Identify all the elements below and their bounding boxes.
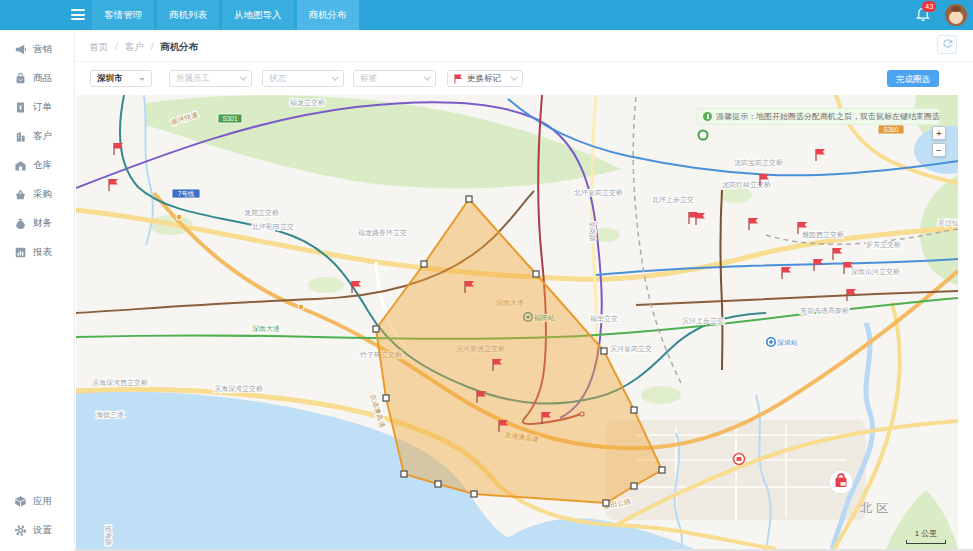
tab-customer-care[interactable]: 客情管理 (92, 0, 154, 30)
navbar-right: 43 (915, 0, 967, 30)
map-road-label: 雅园西立交桥 (802, 231, 844, 239)
money-bag-icon (14, 217, 27, 230)
svg-text:S360: S360 (883, 126, 899, 133)
city-select-value: 深圳市 (97, 73, 123, 85)
breadcrumb-separator: / (151, 41, 154, 54)
sidebar-label: 商品 (33, 72, 52, 85)
sidebar-item-customers[interactable]: 客户 (0, 122, 74, 151)
polygon-vertex-handle[interactable] (631, 483, 637, 489)
chevron-down-icon (424, 74, 430, 80)
map-scale: 1 公里 (906, 528, 946, 544)
map-road-label: 深南沿河立交桥 (851, 268, 900, 276)
sidebar-item-apps[interactable]: 应用 (0, 487, 74, 516)
polygon-vertex-handle[interactable] (373, 326, 379, 332)
map-road-label: 滨海深湾立交桥 (214, 384, 263, 393)
polygon-vertex-handle[interactable] (383, 395, 389, 401)
order-document-icon (14, 101, 27, 114)
finish-selection-button[interactable]: 完成圈选 (887, 70, 939, 87)
change-marker-select[interactable]: 更换标记 (447, 70, 523, 87)
building-icon (14, 130, 27, 143)
map-road-label: 北环上步立交 (652, 196, 694, 204)
breadcrumb-customers[interactable]: 客户 (125, 41, 144, 54)
sidebar-item-orders[interactable]: 订单 (0, 93, 74, 122)
polygon-vertex-handle[interactable] (659, 467, 665, 473)
road-badge: S301 (218, 114, 242, 123)
poi-dot-icon (176, 214, 182, 220)
map-road-label: 东部干道高架桥 (800, 307, 849, 315)
map-road-label: 福华立交 (590, 315, 618, 323)
map-road-label: 罗芳立交桥 (866, 241, 901, 249)
sidebar-item-products[interactable]: 商品 (0, 64, 74, 93)
crm-app: 客情管理 商机列表 从地图导入 商机分布 43 营销 商 (0, 0, 973, 551)
info-icon (703, 112, 712, 121)
map-region-label: 北区 (860, 500, 892, 517)
employee-select[interactable]: 所属员工 (169, 70, 252, 87)
refresh-icon (942, 39, 953, 50)
tag-select-placeholder: 标签 (360, 73, 377, 85)
polygon-vertex-handle[interactable] (421, 261, 427, 267)
polygon-vertex-handle[interactable] (601, 348, 607, 354)
sidebar-item-settings[interactable]: 设置 (0, 516, 74, 545)
polygon-vertex-handle[interactable] (471, 491, 477, 497)
tag-select[interactable]: 标签 (353, 70, 436, 87)
city-select[interactable]: 深圳市 (90, 70, 152, 87)
employee-select-placeholder: 所属员工 (176, 73, 210, 85)
sidebar-item-finance[interactable]: 财务 (0, 209, 74, 238)
map-road-label: 皇岗路 (588, 221, 596, 242)
hamburger-menu-icon[interactable] (71, 9, 85, 21)
map-scale-label: 1 公里 (906, 528, 946, 539)
sidebar-item-reports[interactable]: 报表 (0, 238, 74, 267)
map-road-label: 罗沙仙湖立 (938, 219, 958, 227)
polygon-vertex-handle[interactable] (603, 500, 609, 506)
tab-import-from-map[interactable]: 从地图导入 (222, 0, 294, 30)
zoom-out-button[interactable]: − (932, 143, 946, 157)
polygon-vertex-handle[interactable] (466, 196, 472, 202)
poi-camera-icon (734, 454, 745, 465)
sidebar-menu: 营销 商品 订单 客户 仓库 采购 (0, 30, 74, 267)
status-select[interactable]: 状态 (262, 70, 344, 87)
map-tip-alert: 温馨提示：地图开始圈选分配商机之后，双击鼠标左键结束圈选 (696, 108, 940, 125)
nav-tabs: 客情管理 商机列表 从地图导入 商机分布 (92, 0, 359, 30)
chevron-down-icon (332, 74, 338, 80)
poi-dot-icon (298, 304, 304, 310)
tab-opportunity-distribution[interactable]: 商机分布 (297, 0, 359, 30)
zoom-in-button[interactable]: + (932, 126, 946, 140)
map-base: 南坪快速福龙立交桥龙苑立交桥北环彩田立交福龙路香环立交北环皇岗立交桥北环上步立交… (76, 95, 958, 549)
polygon-vertex-handle[interactable] (401, 471, 407, 477)
polygon-vertex-handle[interactable] (631, 407, 637, 413)
metro-station-icon: 深圳站 (767, 338, 798, 347)
poi-shop-marker[interactable] (829, 470, 853, 494)
filter-toolbar: 深圳市 所属员工 状态 标签 更换标记 完成圈选 (75, 62, 973, 95)
sidebar-item-purchasing[interactable]: 采购 (0, 180, 74, 209)
breadcrumb-home[interactable]: 首页 (89, 41, 108, 54)
metro-station-label: 深圳站 (777, 339, 798, 347)
map-road-label: 滨海深湾西立交桥 (92, 378, 148, 387)
refresh-button[interactable] (937, 35, 957, 54)
svg-text:7号线: 7号线 (178, 190, 195, 197)
polygon-vertex-handle[interactable] (533, 271, 539, 277)
sidebar-item-warehouse[interactable]: 仓库 (0, 151, 74, 180)
map-canvas[interactable]: 南坪快速福龙立交桥龙苑立交桥北环彩田立交福龙路香环立交北环皇岗立交桥北环上步立交… (76, 95, 958, 549)
breadcrumb: 首页 / 客户 / 商机分布 (89, 41, 198, 54)
breadcrumb-current: 商机分布 (160, 41, 198, 54)
basket-icon (14, 188, 27, 201)
breadcrumb-separator: / (115, 41, 118, 54)
tab-opportunity-list[interactable]: 商机列表 (157, 0, 219, 30)
map-road-label: 北环皇岗立交桥 (574, 189, 623, 197)
change-marker-label: 更换标记 (467, 73, 501, 85)
polygon-vertex-handle[interactable] (435, 481, 441, 487)
breadcrumb-row: 首页 / 客户 / 商机分布 (75, 30, 973, 62)
sidebar-label: 报表 (33, 246, 52, 259)
notification-bell-icon[interactable]: 43 (915, 5, 933, 25)
sidebar-item-marketing[interactable]: 营销 (0, 35, 74, 64)
caret-down-icon (139, 78, 145, 84)
road-badge: S360 (878, 125, 904, 134)
road-badge: 7号线 (172, 189, 200, 198)
cube-icon (14, 495, 27, 508)
sidebar-label: 采购 (33, 188, 52, 201)
map-road-label: 海德三道 (96, 411, 124, 419)
status-select-placeholder: 状态 (269, 73, 286, 85)
user-avatar[interactable] (945, 4, 967, 26)
sidebar-label: 仓库 (33, 159, 52, 172)
chevron-down-icon (240, 74, 246, 80)
